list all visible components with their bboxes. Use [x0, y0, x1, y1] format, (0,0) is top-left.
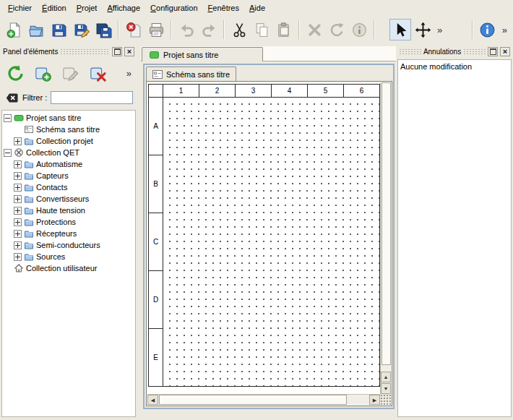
tree-item-collection-projet[interactable]: Collection projet	[2, 135, 135, 147]
move-arrows-icon	[415, 22, 431, 38]
tree-item-label: Collection projet	[36, 137, 93, 145]
new-file-icon	[6, 22, 22, 38]
expander-spacer	[4, 265, 12, 273]
collapse-expander-icon[interactable]	[4, 114, 12, 122]
vertical-scrollbar[interactable]: ▲ ▼	[380, 82, 391, 394]
about-button[interactable]	[477, 19, 499, 40]
project-icon	[150, 51, 159, 59]
float-panel-button[interactable]	[112, 47, 122, 56]
diagram-tabbar: Schéma sans titre	[145, 65, 393, 81]
hscroll-thumb[interactable]	[159, 395, 347, 405]
reload-collections-button[interactable]	[4, 62, 26, 84]
menu-affichage[interactable]: Affichage	[102, 1, 145, 14]
cursor-arrow-icon	[392, 22, 409, 38]
column-header: 5	[308, 85, 344, 98]
application-window: FichierÉditionProjetAffichageConfigurati…	[0, 0, 513, 420]
expand-expander-icon[interactable]	[14, 253, 22, 261]
menu-aide[interactable]: Aide	[244, 1, 270, 14]
tree-item-semi-conducteurs[interactable]: Semi-conducteurs	[2, 239, 135, 251]
tree-item-contacts[interactable]: Contacts	[2, 181, 135, 193]
tree-item-projet-sans-titre[interactable]: Projet sans titre	[2, 112, 135, 124]
new-element-button[interactable]	[32, 62, 53, 84]
close-panel-button[interactable]: ×	[124, 47, 134, 56]
tree-item-recepteurs[interactable]: Récepteurs	[2, 228, 135, 239]
row-header: B	[149, 155, 163, 213]
tree-item-automatisme[interactable]: Automatisme	[2, 158, 135, 170]
scroll-right-button[interactable]: ▶	[369, 395, 380, 405]
tab-diagram[interactable]: Schéma sans titre	[146, 67, 236, 81]
filter-row: Filtrer :	[4, 90, 133, 106]
rotate-selection-button	[326, 19, 348, 40]
open-file-button[interactable]	[25, 19, 47, 40]
tab-project[interactable]: Projet sans titre	[142, 47, 263, 61]
toolbar-overflow-chevron[interactable]: »	[434, 25, 445, 35]
tree-item-label: Schéma sans titre	[36, 125, 100, 134]
close-icon: ×	[127, 48, 132, 56]
save-file-as-button[interactable]	[70, 19, 92, 40]
vscroll-thumb[interactable]	[381, 82, 391, 365]
save-icon	[51, 22, 67, 38]
undo-panel-title: Annulations	[423, 48, 461, 56]
diagram-canvas[interactable]	[163, 98, 380, 387]
scroll-left-button[interactable]: ◀	[147, 395, 158, 405]
expand-expander-icon[interactable]	[14, 207, 22, 215]
project-icon	[14, 113, 24, 123]
panel-overflow-chevron[interactable]: »	[124, 68, 134, 79]
scroll-down-button[interactable]: ▼	[381, 383, 391, 394]
menu-fichier[interactable]: Fichier	[3, 1, 37, 14]
select-mode-button[interactable]	[389, 19, 411, 40]
tree-item-collection-utilisateur[interactable]: Collection utilisateur	[2, 262, 135, 274]
menu-configuration[interactable]: Configuration	[145, 1, 202, 14]
tree-item-sources[interactable]: Sources	[2, 251, 135, 262]
expand-expander-icon[interactable]	[14, 172, 22, 180]
tree-item-capteurs[interactable]: Capteurs	[2, 170, 135, 181]
close-file-button[interactable]	[123, 19, 145, 40]
column-header: 1	[163, 85, 199, 98]
tree-item-haute-tension[interactable]: Haute tension	[2, 205, 135, 216]
close-panel-button[interactable]: ×	[500, 47, 510, 56]
tree-item-label: Automatisme	[36, 160, 82, 168]
tree-item-collection-qet[interactable]: Collection QET	[2, 147, 135, 158]
mdi-area: Schéma sans titre 123456ABCDE ▲ ▼ ◀	[141, 62, 396, 417]
folder-icon	[24, 205, 34, 215]
menu-fenetres[interactable]: Fenêtres	[203, 1, 244, 14]
float-panel-button[interactable]	[488, 47, 498, 56]
paste-icon	[276, 22, 293, 38]
delete-x-icon	[306, 22, 323, 38]
tree-item-schema-sans-titre[interactable]: Schéma sans titre	[2, 124, 135, 135]
diagram-sheet: 123456ABCDE	[148, 84, 380, 387]
save-all-files-button[interactable]	[92, 19, 114, 40]
diagram-view[interactable]: 123456ABCDE ▲ ▼ ◀ ▶	[146, 81, 392, 406]
save-file-button[interactable]	[48, 19, 69, 40]
expand-expander-icon[interactable]	[14, 230, 22, 238]
clear-filter-button[interactable]	[4, 91, 19, 104]
rotate-icon	[329, 22, 345, 38]
help-toolbar: »	[469, 19, 510, 40]
undo-list-item[interactable]: Aucune modification	[400, 61, 509, 72]
tree-item-convertisseurs[interactable]: Convertisseurs	[2, 193, 135, 205]
cut-button[interactable]	[228, 19, 250, 40]
undo-list: Aucune modification	[397, 59, 512, 417]
expand-expander-icon[interactable]	[14, 160, 22, 168]
delete-element-button[interactable]	[87, 62, 108, 84]
menu-edition[interactable]: Édition	[37, 1, 72, 14]
expand-expander-icon[interactable]	[14, 137, 22, 145]
collapse-expander-icon[interactable]	[4, 149, 12, 157]
menu-projet[interactable]: Projet	[72, 1, 103, 14]
expand-expander-icon[interactable]	[14, 218, 22, 226]
scroll-mode-button[interactable]	[412, 19, 434, 40]
tree-item-protections[interactable]: Protections	[2, 216, 135, 228]
expand-expander-icon[interactable]	[14, 184, 22, 192]
help-overflow-chevron[interactable]: »	[499, 25, 510, 35]
expand-expander-icon[interactable]	[14, 241, 22, 249]
horizontal-scrollbar[interactable]: ◀ ▶	[147, 394, 380, 405]
scroll-up-button[interactable]: ▲	[381, 372, 391, 382]
qet-icon	[14, 147, 24, 158]
new-file-button[interactable]	[3, 19, 25, 40]
filter-input[interactable]	[51, 91, 133, 104]
edit-element-button	[59, 62, 81, 84]
expand-expander-icon[interactable]	[14, 195, 22, 203]
folder-icon	[24, 217, 34, 227]
tree-item-label: Protections	[36, 218, 76, 226]
print-button[interactable]	[145, 19, 167, 40]
